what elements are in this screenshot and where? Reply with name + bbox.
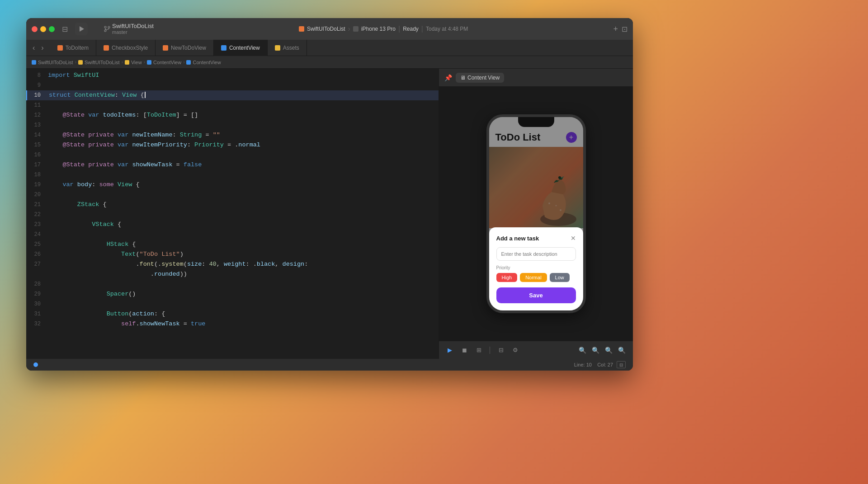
modal-overlay: Add a new task ✕ Priority High Normal Lo…	[489, 117, 583, 310]
code-line-22: 22	[26, 210, 439, 220]
status-bottom-bar: Line: 10 Col: 27 ⊟	[26, 359, 633, 371]
tab-assets[interactable]: Assets	[268, 40, 307, 56]
code-line-11: 11	[26, 100, 439, 110]
preview-panel: 📌 🖥 Content View ToDo List +	[439, 69, 633, 359]
code-line-25: 25 HStack {	[26, 240, 439, 249]
settings-button[interactable]: ⚙	[510, 345, 521, 356]
swift-icon	[57, 45, 63, 51]
code-line-17: 17 @State private var showNewTask = fals…	[26, 160, 439, 170]
tab-todoitem[interactable]: ToDoItem	[50, 40, 96, 56]
line-num-19: 19	[26, 180, 48, 190]
xcode-window: ⊟ SwiftUIToDoList master SwiftUIToDoList	[26, 18, 633, 371]
priority-label: Priority	[496, 265, 576, 270]
save-task-button[interactable]: Save	[496, 287, 576, 303]
line-num-23: 23	[26, 220, 48, 230]
file-breadcrumb-icon	[147, 60, 151, 65]
priority-buttons: High Normal Low	[496, 273, 576, 282]
line-content-25: HStack {	[48, 240, 439, 249]
code-line-16: 16	[26, 150, 439, 160]
cursor-position: Line: 10 Col: 27	[574, 362, 613, 367]
grid-view-toggle[interactable]: ⊟	[617, 361, 626, 368]
code-line-27b: .rounded))	[26, 269, 439, 279]
maximize-button[interactable]	[49, 26, 55, 32]
layout-button[interactable]: ⊡	[622, 25, 627, 33]
phone-mockup: ToDo List +	[486, 114, 586, 313]
live-preview-button[interactable]: ▶	[444, 345, 455, 356]
tab-checkboxstyle[interactable]: CheckboxStyle	[96, 40, 156, 56]
priority-normal-button[interactable]: Normal	[520, 273, 547, 282]
status-time: Today at 4:48 PM	[426, 26, 468, 32]
zoom-fill-button[interactable]: 🔍	[616, 346, 627, 355]
line-num-22: 22	[26, 210, 48, 220]
toolbar-separator	[490, 347, 490, 354]
title-bar: ⊟ SwiftUIToDoList master SwiftUIToDoList	[26, 18, 633, 40]
bc-chevron3: ›	[144, 60, 145, 65]
content-icon	[221, 45, 226, 51]
run-button[interactable]	[75, 23, 88, 35]
code-editor[interactable]: 8 import SwiftUI 9 10 struct ContentView…	[26, 69, 439, 359]
line-num-32: 32	[26, 319, 48, 329]
line-num-30: 30	[26, 299, 48, 309]
zoom-in-button[interactable]: 🔍	[603, 346, 614, 355]
nav-back[interactable]: ‹	[30, 43, 38, 53]
line-num-8: 8	[26, 70, 48, 80]
add-tab-button[interactable]: +	[613, 24, 618, 34]
swift-icon	[104, 45, 109, 51]
stop-preview-button[interactable]: ◼	[459, 345, 470, 356]
line-num-26: 26	[26, 249, 48, 259]
close-button[interactable]	[32, 26, 38, 32]
line-content-26: Text("ToDo List")	[48, 249, 439, 259]
code-line-27: 27 .font(.system(size: 40, weight: .blac…	[26, 259, 439, 269]
line-num-20: 20	[26, 190, 48, 200]
task-description-input[interactable]	[496, 247, 576, 261]
content-view-button[interactable]: 🖥 Content View	[456, 73, 504, 83]
zoom-fit-button[interactable]: 🔍	[590, 346, 601, 355]
view-breadcrumb-icon	[125, 60, 129, 65]
code-line-15: 15 @State private var newItemPriority: P…	[26, 140, 439, 150]
status-ready: Ready	[403, 26, 419, 32]
line-num-13: 13	[26, 120, 48, 130]
code-line-9: 9	[26, 80, 439, 90]
svg-point-2	[104, 30, 106, 32]
tab-newtodoview[interactable]: NewToDoView	[156, 40, 214, 56]
status-project: SwiftUIToDoList	[307, 26, 345, 32]
preview-toolbar: 📌 🖥 Content View	[439, 69, 633, 87]
pin-button[interactable]: 📌	[444, 74, 452, 81]
nav-forward[interactable]: ›	[38, 43, 46, 53]
line-content-10: struct ContentView: View {	[48, 90, 439, 100]
tabs-bar: ‹ › ToDoItem CheckboxStyle NewToDoView C…	[26, 40, 633, 56]
line-num-12: 12	[26, 110, 48, 120]
code-line-8: 8 import SwiftUI	[26, 70, 439, 80]
line-num-25: 25	[26, 240, 48, 249]
line-num-21: 21	[26, 200, 48, 210]
line-content-17: @State private var showNewTask = false	[48, 160, 439, 170]
modal-close-button[interactable]: ✕	[571, 235, 576, 242]
line-content-23: VStack {	[48, 220, 439, 230]
line-num-31: 31	[26, 309, 48, 319]
priority-high-button[interactable]: High	[496, 273, 518, 282]
sidebar-toggle[interactable]: ⊟	[62, 25, 68, 33]
tab-contentview[interactable]: ContentView	[214, 40, 268, 56]
line-num-16: 16	[26, 150, 48, 160]
main-content: 8 import SwiftUI 9 10 struct ContentView…	[26, 69, 633, 359]
priority-low-button[interactable]: Low	[550, 273, 570, 282]
bc-chevron4: ›	[183, 60, 184, 65]
line-content-8: import SwiftUI	[48, 70, 439, 80]
svg-point-1	[108, 26, 110, 28]
breadcrumb-bar: SwiftUIToDoList › SwiftUIToDoList › View…	[26, 56, 633, 69]
device-button[interactable]: ⊟	[495, 345, 506, 356]
code-line-26: 26 Text("ToDo List")	[26, 249, 439, 259]
branch-icon	[104, 26, 110, 32]
project-breadcrumb-icon	[32, 60, 36, 65]
breadcrumb-file: ContentView	[147, 60, 181, 65]
line-num-18: 18	[26, 170, 48, 180]
code-line-20: 20	[26, 190, 439, 200]
run-icon	[80, 26, 84, 32]
grid-button[interactable]: ⊞	[473, 345, 484, 356]
zoom-out-button[interactable]: 🔍	[577, 346, 588, 355]
minimize-button[interactable]	[40, 26, 46, 32]
line-num-28: 28	[26, 279, 48, 289]
traffic-lights	[32, 26, 55, 32]
code-line-13: 13	[26, 120, 439, 130]
preview-bottom-toolbar: ▶ ◼ ⊞ ⊟ ⚙ 🔍 🔍 🔍 🔍	[439, 341, 633, 359]
